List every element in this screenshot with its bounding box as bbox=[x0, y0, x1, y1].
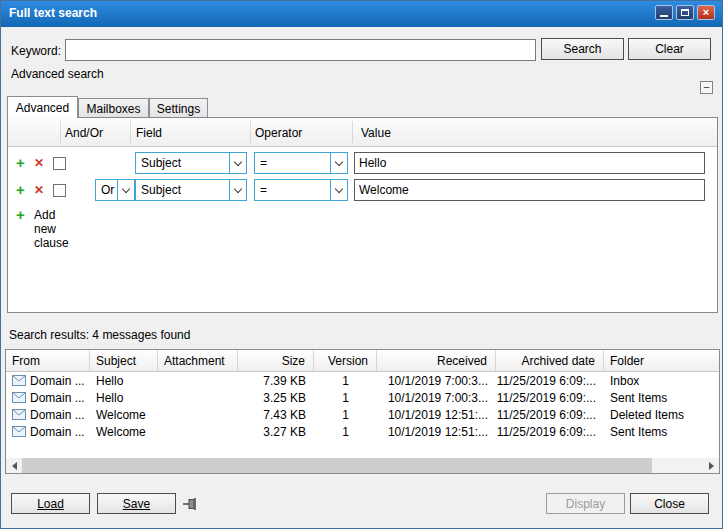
clause-value-input[interactable] bbox=[354, 152, 705, 174]
result-row[interactable]: Domain ... Hello 3.25 KB 1 10/1/2019 7:0… bbox=[6, 389, 719, 406]
andor-dropdown[interactable]: Or bbox=[95, 179, 135, 201]
column-header-size[interactable]: Size bbox=[238, 350, 314, 371]
column-header-from[interactable]: From bbox=[6, 350, 90, 371]
scroll-left-button[interactable] bbox=[6, 458, 22, 473]
close-icon: × bbox=[703, 7, 709, 18]
from-text: Domain ... bbox=[30, 374, 85, 388]
add-new-clause-label: Add new clause bbox=[34, 208, 69, 250]
cell-subject: Welcome bbox=[90, 425, 158, 439]
keyword-input[interactable] bbox=[65, 39, 536, 61]
save-button[interactable]: Save bbox=[97, 493, 176, 514]
column-separator bbox=[60, 121, 61, 143]
arrow-right-icon bbox=[709, 462, 714, 470]
window-title: Full text search bbox=[9, 6, 97, 20]
cell-from: Domain ... bbox=[6, 391, 90, 405]
load-button[interactable]: Load bbox=[11, 493, 90, 514]
plus-icon: + bbox=[16, 206, 25, 223]
cell-subject: Hello bbox=[90, 374, 158, 388]
results-grid-header: From Subject Attachment Size Version Rec… bbox=[6, 350, 719, 372]
field-dropdown[interactable]: Subject bbox=[135, 152, 247, 174]
clause-table-header: And/Or Field Operator Value bbox=[8, 118, 717, 147]
arrow-left-icon bbox=[12, 462, 17, 470]
operator-dropdown-value: = bbox=[255, 153, 330, 173]
column-header-attachment[interactable]: Attachment bbox=[158, 350, 238, 371]
tab-mailboxes[interactable]: Mailboxes bbox=[78, 98, 149, 118]
add-clause-icon[interactable]: + bbox=[16, 181, 25, 198]
titlebar: Full text search × bbox=[1, 1, 722, 27]
tab-advanced-label: Advanced bbox=[16, 101, 69, 115]
tab-settings[interactable]: Settings bbox=[149, 98, 208, 118]
delete-clause-icon[interactable]: ✕ bbox=[34, 156, 44, 170]
chevron-down-icon bbox=[330, 153, 347, 173]
clause-checkbox[interactable] bbox=[53, 157, 66, 170]
clause-checkbox[interactable] bbox=[53, 184, 66, 197]
scroll-right-button[interactable] bbox=[703, 458, 719, 473]
cell-folder: Inbox bbox=[604, 374, 719, 388]
collapse-section-button[interactable]: − bbox=[700, 81, 713, 94]
header-andor: And/Or bbox=[65, 126, 103, 140]
minimize-button[interactable] bbox=[655, 5, 673, 20]
envelope-icon bbox=[12, 375, 26, 386]
operator-dropdown[interactable]: = bbox=[254, 179, 348, 201]
cell-version: 1 bbox=[314, 391, 377, 405]
cell-received: 10/1/2019 12:51:... bbox=[377, 408, 496, 422]
cell-archived-date: 11/25/2019 6:09:... bbox=[496, 391, 604, 405]
field-dropdown-value: Subject bbox=[136, 180, 229, 200]
scrollbar-thumb[interactable] bbox=[22, 458, 652, 473]
tab-mailboxes-label: Mailboxes bbox=[86, 102, 140, 116]
andor-dropdown-value: Or bbox=[96, 180, 117, 200]
clause-value-input[interactable] bbox=[354, 179, 705, 201]
operator-dropdown-value: = bbox=[255, 180, 330, 200]
envelope-icon bbox=[12, 409, 26, 420]
field-dropdown-value: Subject bbox=[136, 153, 229, 173]
maximize-icon bbox=[681, 9, 689, 16]
close-button[interactable]: × bbox=[697, 5, 715, 20]
cell-size: 3.25 KB bbox=[238, 391, 314, 405]
cell-from: Domain ... bbox=[6, 374, 90, 388]
tab-advanced[interactable]: Advanced bbox=[7, 96, 78, 118]
cell-archived-date: 11/25/2019 6:09:... bbox=[496, 408, 604, 422]
chevron-down-icon bbox=[229, 180, 246, 200]
result-row[interactable]: Domain ... Welcome 7.43 KB 1 10/1/2019 1… bbox=[6, 406, 719, 423]
result-row[interactable]: Domain ... Welcome 3.27 KB 1 10/1/2019 1… bbox=[6, 423, 719, 440]
maximize-button[interactable] bbox=[676, 5, 694, 20]
operator-dropdown[interactable]: = bbox=[254, 152, 348, 174]
column-header-version[interactable]: Version bbox=[314, 350, 377, 371]
result-row[interactable]: Domain ... Hello 7.39 KB 1 10/1/2019 7:0… bbox=[6, 372, 719, 389]
search-button[interactable]: Search bbox=[541, 38, 624, 60]
cell-folder: Deleted Items bbox=[604, 408, 719, 422]
results-grid: From Subject Attachment Size Version Rec… bbox=[5, 349, 720, 474]
from-text: Domain ... bbox=[30, 391, 85, 405]
cell-version: 1 bbox=[314, 374, 377, 388]
clear-button[interactable]: Clear bbox=[628, 38, 711, 60]
display-button[interactable]: Display bbox=[546, 493, 625, 514]
chevron-down-icon bbox=[229, 153, 246, 173]
horizontal-scrollbar[interactable] bbox=[6, 458, 719, 473]
keyword-label: Keyword: bbox=[11, 44, 61, 58]
cell-size: 7.39 KB bbox=[238, 374, 314, 388]
cell-received: 10/1/2019 7:00:3... bbox=[377, 374, 496, 388]
cell-version: 1 bbox=[314, 425, 377, 439]
envelope-icon bbox=[12, 426, 26, 437]
close-dialog-button[interactable]: Close bbox=[630, 493, 709, 514]
advanced-search-label[interactable]: Advanced search bbox=[11, 67, 104, 81]
cell-received: 10/1/2019 12:51:... bbox=[377, 425, 496, 439]
header-value: Value bbox=[361, 126, 391, 140]
clause-row: + ✕ Or Subject = bbox=[8, 177, 717, 204]
add-clause-icon[interactable]: + bbox=[16, 154, 25, 171]
field-dropdown[interactable]: Subject bbox=[135, 179, 247, 201]
cell-subject: Welcome bbox=[90, 408, 158, 422]
delete-clause-icon[interactable]: ✕ bbox=[34, 183, 44, 197]
column-header-received[interactable]: Received bbox=[377, 350, 496, 371]
chevron-down-icon bbox=[330, 180, 347, 200]
chevron-down-icon bbox=[117, 180, 134, 200]
header-field: Field bbox=[136, 126, 162, 140]
cell-received: 10/1/2019 7:00:3... bbox=[377, 391, 496, 405]
pin-icon[interactable] bbox=[182, 497, 200, 511]
cell-from: Domain ... bbox=[6, 425, 90, 439]
column-header-subject[interactable]: Subject bbox=[90, 350, 158, 371]
column-header-folder[interactable]: Folder bbox=[604, 350, 719, 371]
column-header-archived-date[interactable]: Archived date bbox=[496, 350, 604, 371]
advanced-tab-panel: And/Or Field Operator Value + ✕ Subject … bbox=[7, 117, 718, 313]
cell-from: Domain ... bbox=[6, 408, 90, 422]
